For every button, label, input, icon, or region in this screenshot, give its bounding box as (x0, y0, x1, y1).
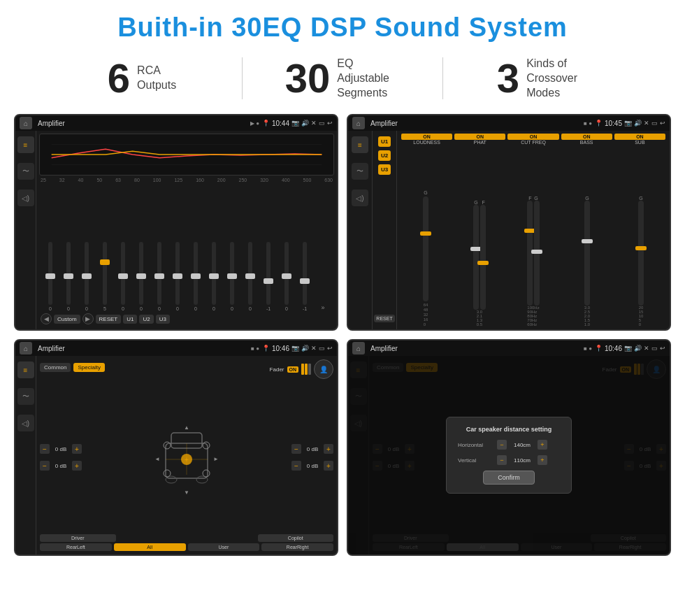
slider-thumb-2[interactable] (82, 273, 92, 279)
home-icon-2[interactable]: ⌂ (352, 117, 365, 129)
sub-thumb[interactable] (635, 246, 647, 250)
phat-track-f[interactable] (480, 205, 486, 310)
cutfreq-track-g[interactable] (534, 201, 540, 306)
slider-track-9[interactable] (212, 242, 216, 305)
slider-thumb-0[interactable] (45, 273, 55, 279)
db-minus-br[interactable]: − (291, 461, 301, 471)
slider-thumb-6[interactable] (154, 273, 164, 279)
wave-icon-3[interactable]: 〜 (17, 388, 34, 405)
speaker-icon-2[interactable]: ◁) (352, 189, 368, 206)
horizontal-plus-btn[interactable]: + (538, 440, 547, 450)
slider-track-1[interactable] (66, 242, 71, 305)
slider-thumb-4[interactable] (118, 273, 128, 279)
slider-track-8[interactable] (194, 242, 198, 305)
horizontal-minus-btn[interactable]: − (497, 440, 507, 450)
slider-thumb-7[interactable] (173, 273, 182, 279)
slider-track-4[interactable] (121, 242, 125, 305)
slider-track-0[interactable] (48, 242, 52, 305)
slider-track-3[interactable] (103, 242, 107, 305)
loudness-track[interactable] (423, 196, 428, 301)
u3-button[interactable]: U3 (378, 164, 391, 175)
slider-thumb-3[interactable] (100, 259, 110, 265)
slider-thumb-5[interactable] (136, 273, 146, 279)
eq-slider-12[interactable]: -1 (260, 242, 277, 311)
vertical-minus-btn[interactable]: − (497, 455, 507, 465)
speaker-icon[interactable]: ◁) (17, 189, 34, 206)
slider-track-10[interactable] (230, 242, 234, 305)
u3-btn[interactable]: U3 (156, 315, 170, 324)
eq-slider-4[interactable]: 0 (115, 242, 131, 311)
loudness-thumb[interactable] (420, 231, 431, 236)
copilot-btn[interactable]: Copilot (258, 534, 334, 542)
fader-person-icon[interactable]: 👤 (314, 359, 333, 379)
cutfreq-thumb-g[interactable] (531, 250, 542, 254)
custom-btn[interactable]: Custom (54, 315, 80, 324)
slider-thumb-10[interactable] (227, 273, 237, 279)
db-plus-br[interactable]: + (324, 461, 333, 471)
db-plus-bl[interactable]: + (72, 461, 82, 471)
eq-slider-6[interactable]: 0 (151, 242, 168, 311)
slider-track-7[interactable] (175, 242, 180, 305)
tab-common[interactable]: Common (40, 363, 71, 372)
sub-track[interactable] (638, 201, 644, 306)
eq-slider-14[interactable]: -1 (296, 242, 313, 311)
eq-icon[interactable]: ≡ (17, 136, 34, 153)
eq-slider-5[interactable]: 0 (133, 242, 150, 311)
eq-slider-0[interactable]: 0 (42, 242, 59, 311)
home-icon-3[interactable]: ⌂ (20, 342, 32, 354)
db-plus-tl[interactable]: + (72, 444, 82, 454)
confirm-button[interactable]: Confirm (483, 471, 535, 485)
slider-track-13[interactable] (284, 242, 289, 305)
phat-thumb-f[interactable] (477, 261, 489, 265)
db-minus-tr[interactable]: − (291, 444, 301, 454)
bass-thumb[interactable] (582, 239, 593, 243)
u1-button[interactable]: U1 (378, 136, 391, 147)
slider-thumb-14[interactable] (300, 278, 310, 284)
driver-btn[interactable]: Driver (40, 534, 116, 542)
eq-slider-11[interactable]: 0 (242, 242, 259, 311)
eq-slider-13[interactable]: 0 (278, 242, 295, 311)
slider-thumb-1[interactable] (64, 273, 73, 279)
slider-thumb-13[interactable] (282, 273, 291, 279)
u1-btn[interactable]: U1 (123, 315, 137, 324)
sub-on[interactable]: ON (614, 134, 665, 140)
slider-thumb-9[interactable] (209, 273, 219, 279)
tab-specialty[interactable]: Specialty (73, 363, 104, 372)
slider-track-11[interactable] (248, 242, 252, 305)
eq-icon-2[interactable]: ≡ (352, 136, 368, 153)
slider-thumb-11[interactable] (245, 273, 255, 279)
db-minus-bl[interactable]: − (40, 461, 50, 471)
eq-icon-3[interactable]: ≡ (17, 361, 34, 378)
all-btn[interactable]: All (114, 543, 186, 551)
slider-track-12[interactable] (266, 242, 271, 305)
db-minus-tl[interactable]: − (40, 444, 50, 454)
slider-thumb-12[interactable] (264, 278, 273, 284)
eq-slider-3[interactable]: 5 (96, 242, 113, 311)
loudness-on[interactable]: ON (401, 134, 452, 140)
next-btn[interactable]: ▶ (82, 313, 94, 324)
slider-track-2[interactable] (85, 242, 89, 305)
reset-btn[interactable]: RESET (96, 315, 122, 324)
rearright-btn[interactable]: RearRight (261, 543, 333, 551)
slider-track-5[interactable] (139, 242, 143, 305)
phat-track-g[interactable] (473, 205, 479, 310)
rearleft-btn[interactable]: RearLeft (40, 543, 112, 551)
user-btn[interactable]: User (188, 543, 260, 551)
home-icon-1[interactable]: ⌂ (20, 117, 32, 129)
bass-track[interactable] (584, 201, 590, 306)
u2-button[interactable]: U2 (378, 150, 391, 161)
home-icon-4[interactable]: ⌂ (352, 342, 365, 354)
speaker-icon-3[interactable]: ◁) (17, 415, 34, 431)
eq-slider-7[interactable]: 0 (169, 242, 186, 311)
crossover-reset-btn[interactable]: RESET (374, 315, 394, 322)
slider-thumb-8[interactable] (191, 273, 201, 279)
db-plus-tr[interactable]: + (324, 444, 333, 454)
cutfreq-on[interactable]: ON (507, 134, 558, 140)
vertical-plus-btn[interactable]: + (538, 455, 547, 465)
prev-btn[interactable]: ◀ (41, 313, 52, 324)
wave-icon-2[interactable]: 〜 (352, 163, 368, 180)
eq-slider-2[interactable]: 0 (78, 242, 95, 311)
eq-slider-1[interactable]: 0 (60, 242, 77, 311)
eq-slider-9[interactable]: 0 (206, 242, 222, 311)
phat-on[interactable]: ON (454, 134, 505, 140)
